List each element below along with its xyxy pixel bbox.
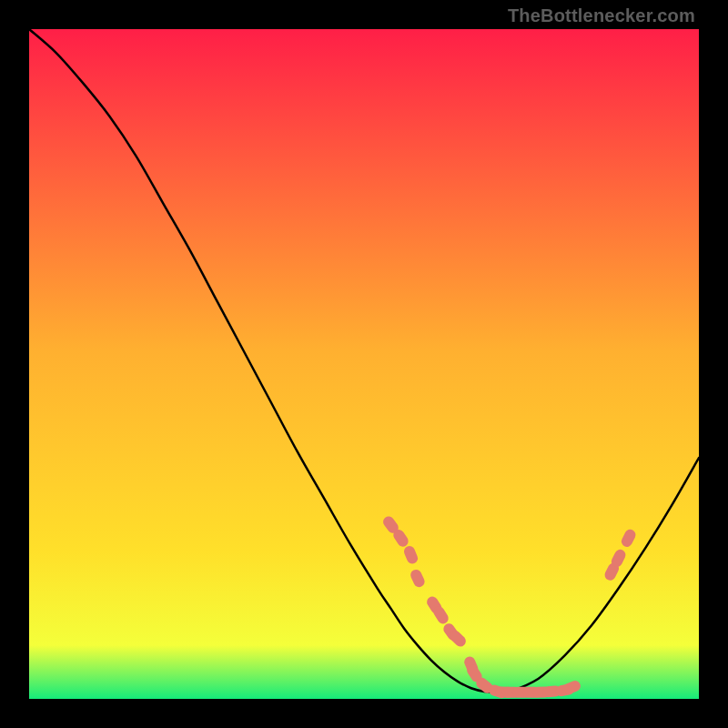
bottleneck-chart-svg (29, 29, 699, 699)
gradient-background (29, 29, 699, 699)
attribution-label: TheBottlenecker.com (508, 5, 695, 26)
chart-container: TheBottlenecker.com (0, 0, 728, 728)
plot-area (29, 29, 699, 699)
